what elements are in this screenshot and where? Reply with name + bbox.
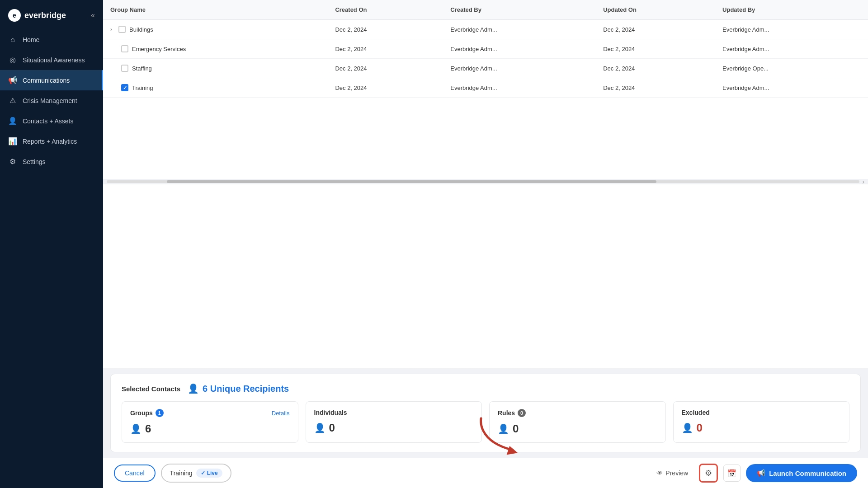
nav-items: ⌂ Home ◎ Situational Awareness 📢 Communi…	[0, 30, 103, 172]
nav-icon-crisis-management: ⚠	[8, 96, 17, 105]
rules-card-header: Rules 0	[498, 409, 657, 417]
groups-stat-card: Groups 1 Details 👤 6	[122, 401, 298, 443]
template-name: Training	[170, 469, 193, 477]
sidebar-item-contacts-assets[interactable]: 👤 Contacts + Assets	[0, 111, 103, 131]
col-header-created-on[interactable]: Created On	[328, 0, 443, 20]
updated-on-cell: Dec 2, 2024	[596, 78, 715, 98]
collapse-sidebar-button[interactable]: «	[91, 11, 95, 19]
group-name-cell: ›Buildings	[103, 20, 328, 39]
sidebar-item-crisis-management[interactable]: ⚠ Crisis Management	[0, 90, 103, 111]
sidebar-item-reports-analytics[interactable]: 📊 Reports + Analytics	[0, 131, 103, 151]
group-name-wrapper: ›Buildings	[110, 26, 321, 33]
launch-communication-button[interactable]: 📢 Launch Communication	[746, 464, 857, 482]
template-badge: Training ✓ Live	[161, 464, 231, 483]
col-header-created-by[interactable]: Created By	[443, 0, 596, 20]
updated-by-cell: Everbridge Adm...	[715, 78, 868, 98]
individuals-card-header: Individuals	[314, 409, 474, 416]
stats-row: Groups 1 Details 👤 6 Individuals 👤 0	[122, 401, 849, 443]
nav-label-reports-analytics: Reports + Analytics	[23, 138, 77, 145]
group-name-text: Emergency Services	[132, 46, 186, 52]
group-name-cell: Staffing	[103, 59, 328, 78]
updated-on-cell: Dec 2, 2024	[596, 59, 715, 78]
scroll-thumb	[167, 180, 656, 183]
rules-badge: 0	[518, 409, 526, 417]
nav-label-communications: Communications	[23, 77, 70, 84]
nav-icon-reports-analytics: 📊	[8, 137, 17, 145]
excluded-count: 👤 0	[682, 422, 841, 434]
nav-label-situational-awareness: Situational Awareness	[23, 56, 85, 64]
group-name-wrapper: Staffing	[110, 65, 321, 72]
individuals-stat-card: Individuals 👤 0	[306, 401, 482, 443]
bottom-bar: Cancel Training ✓ Live 👁 Preview ⚙ 📅 📢 L…	[103, 458, 868, 488]
updated-by-cell: Everbridge Adm...	[715, 39, 868, 59]
created-by-cell: Everbridge Adm...	[443, 78, 596, 98]
calendar-icon: 📅	[727, 469, 736, 478]
row-checkbox[interactable]	[118, 26, 126, 33]
created-by-cell: Everbridge Adm...	[443, 20, 596, 39]
sidebar: e everbridge « ⌂ Home ◎ Situational Awar…	[0, 0, 103, 488]
updated-on-cell: Dec 2, 2024	[596, 39, 715, 59]
expand-row-button[interactable]: ›	[110, 26, 112, 33]
group-name-wrapper: Emergency Services	[110, 45, 321, 52]
individuals-count: 👤 0	[314, 422, 474, 434]
settings-button[interactable]: ⚙	[699, 464, 718, 483]
group-name-text: Buildings	[129, 26, 153, 33]
excluded-person-icon: 👤	[682, 422, 693, 433]
table-header-row: Group NameCreated OnCreated ByUpdated On…	[103, 0, 868, 20]
groups-card-title: Groups	[130, 409, 153, 417]
scroll-track	[107, 180, 859, 183]
rules-stat-card: Rules 0 👤 0	[489, 401, 666, 443]
table-body: ›BuildingsDec 2, 2024Everbridge Adm...De…	[103, 20, 868, 98]
groups-person-icon: 👤	[130, 423, 142, 434]
table-row: Emergency ServicesDec 2, 2024Everbridge …	[103, 39, 868, 59]
sidebar-header: e everbridge «	[0, 0, 103, 30]
nav-icon-contacts-assets: 👤	[8, 117, 17, 125]
nav-icon-home: ⌂	[8, 36, 17, 44]
rules-card-title: Rules	[498, 409, 515, 417]
row-checkbox[interactable]	[121, 45, 128, 52]
created-on-cell: Dec 2, 2024	[328, 78, 443, 98]
individuals-person-icon: 👤	[314, 422, 326, 433]
col-header-updated-on[interactable]: Updated On	[596, 0, 715, 20]
updated-by-cell: Everbridge Adm...	[715, 20, 868, 39]
calendar-button[interactable]: 📅	[723, 465, 741, 482]
eye-icon: 👁	[656, 469, 663, 477]
table-row: ›BuildingsDec 2, 2024Everbridge Adm...De…	[103, 20, 868, 39]
updated-on-cell: Dec 2, 2024	[596, 20, 715, 39]
nav-icon-communications: 📢	[8, 76, 17, 84]
nav-label-crisis-management: Crisis Management	[23, 97, 77, 104]
table-row: TrainingDec 2, 2024Everbridge Adm...Dec …	[103, 78, 868, 98]
groups-table-section: Group NameCreated OnCreated ByUpdated On…	[103, 0, 868, 368]
sidebar-item-settings[interactable]: ⚙ Settings	[0, 151, 103, 172]
selected-contacts-section: Selected Contacts 👤 6 Unique Recipients …	[110, 374, 861, 452]
cancel-button[interactable]: Cancel	[114, 465, 156, 482]
col-header-group-name[interactable]: Group Name	[103, 0, 328, 20]
gear-icon: ⚙	[705, 468, 712, 478]
nav-label-settings: Settings	[23, 158, 46, 165]
sidebar-item-communications[interactable]: 📢 Communications	[0, 70, 103, 90]
updated-by-cell: Everbridge Ope...	[715, 59, 868, 78]
created-on-cell: Dec 2, 2024	[328, 59, 443, 78]
horizontal-scrollbar[interactable]: ›	[103, 179, 868, 184]
col-header-updated-by[interactable]: Updated By	[715, 0, 868, 20]
created-on-cell: Dec 2, 2024	[328, 20, 443, 39]
scroll-right-arrow[interactable]: ›	[862, 178, 864, 185]
preview-button[interactable]: 👁 Preview	[651, 466, 693, 480]
groups-details-link[interactable]: Details	[272, 410, 290, 417]
groups-table: Group NameCreated OnCreated ByUpdated On…	[103, 0, 868, 98]
person-icon: 👤	[188, 383, 199, 394]
table-scroll-wrapper[interactable]: Group NameCreated OnCreated ByUpdated On…	[103, 0, 868, 98]
sidebar-item-home[interactable]: ⌂ Home	[0, 30, 103, 50]
group-name-text: Training	[132, 84, 153, 91]
sidebar-item-situational-awareness[interactable]: ◎ Situational Awareness	[0, 50, 103, 70]
row-checkbox[interactable]	[121, 84, 128, 91]
excluded-card-header: Excluded	[682, 409, 841, 416]
rules-count: 👤 0	[498, 422, 657, 435]
unique-recipients-count: 6 Unique Recipients	[203, 384, 289, 394]
logo-icon: e	[8, 9, 21, 22]
selected-contacts-header: Selected Contacts 👤 6 Unique Recipients	[122, 383, 849, 394]
group-name-cell: Training	[103, 78, 328, 98]
row-checkbox[interactable]	[121, 65, 128, 72]
group-name-cell: Emergency Services	[103, 39, 328, 59]
created-by-cell: Everbridge Adm...	[443, 59, 596, 78]
